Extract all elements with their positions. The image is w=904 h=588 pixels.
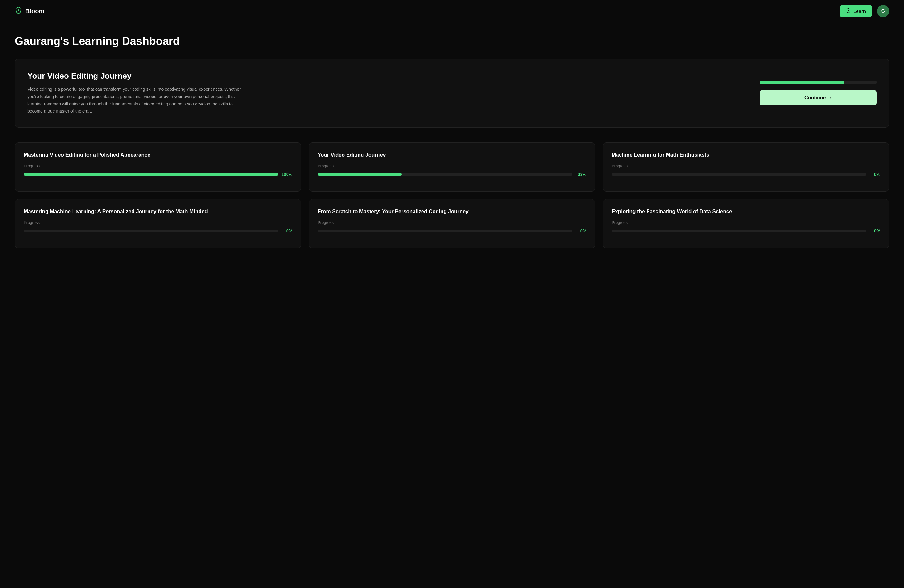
main-content: Gaurang's Learning Dashboard Your Video … (0, 22, 904, 268)
course-card: From Scratch to Mastery: Your Personaliz… (309, 199, 595, 248)
course-card-progress-label: Progress (24, 220, 292, 225)
avatar[interactable]: G (877, 5, 889, 17)
course-card-progress-percent: 33% (575, 172, 586, 177)
navbar-right: Learn G (840, 5, 889, 17)
learn-button-label: Learn (853, 9, 866, 14)
course-card: Mastering Machine Learning: A Personaliz… (15, 199, 301, 248)
course-card: Machine Learning for Math Enthusiasts Pr… (603, 142, 889, 191)
hero-progress-bar-fill (760, 81, 844, 84)
course-card-progress-label: Progress (24, 164, 292, 168)
course-card-progress-bar-container (24, 173, 278, 175)
hero-card-left: Your Video Editing Journey Video editing… (27, 71, 748, 115)
course-card-progress-percent: 0% (869, 172, 880, 177)
page-title: Gaurang's Learning Dashboard (15, 35, 889, 47)
course-card-progress-bar-fill (318, 173, 401, 175)
course-card-progress-row: 33% (318, 172, 586, 177)
avatar-initial: G (881, 8, 885, 14)
course-card-progress-row: 0% (318, 229, 586, 234)
course-card-title: Mastering Machine Learning: A Personaliz… (24, 208, 292, 215)
brand: Bloom (15, 6, 44, 16)
hero-card-title: Your Video Editing Journey (27, 71, 748, 81)
course-card-progress-bar-container (318, 173, 572, 175)
course-card-title: Exploring the Fascinating World of Data … (612, 208, 880, 215)
courses-grid: Mastering Video Editing for a Polished A… (15, 142, 889, 248)
course-card-progress-percent: 0% (281, 229, 292, 234)
course-card: Your Video Editing Journey Progress 33% (309, 142, 595, 191)
course-card-progress-row: 0% (24, 229, 292, 234)
course-card-progress-percent: 100% (281, 172, 292, 177)
brand-name: Bloom (25, 8, 44, 15)
learn-button[interactable]: Learn (840, 5, 872, 17)
course-card-progress-row: 0% (612, 172, 880, 177)
course-card-progress-row: 100% (24, 172, 292, 177)
course-card-progress-bar-fill (24, 173, 278, 175)
course-card-progress-label: Progress (612, 164, 880, 168)
learn-button-icon (846, 8, 851, 14)
course-card-progress-label: Progress (318, 220, 586, 225)
svg-point-1 (848, 10, 849, 11)
brand-logo-icon (15, 6, 22, 16)
course-card-progress-bar-container (24, 230, 278, 232)
course-card-title: Mastering Video Editing for a Polished A… (24, 151, 292, 159)
hero-card-description: Video editing is a powerful tool that ca… (27, 86, 243, 115)
hero-card-right: Continue → (760, 81, 877, 106)
course-card-progress-bar-container (318, 230, 572, 232)
course-card-progress-label: Progress (318, 164, 586, 168)
course-card-progress-bar-container (612, 230, 866, 232)
navbar: Bloom Learn G (0, 0, 904, 22)
course-card-progress-bar-container (612, 173, 866, 175)
course-card-title: Machine Learning for Math Enthusiasts (612, 151, 880, 159)
hero-progress-bar-container (760, 81, 877, 84)
course-card: Mastering Video Editing for a Polished A… (15, 142, 301, 191)
course-card-title: From Scratch to Mastery: Your Personaliz… (318, 208, 586, 215)
course-card: Exploring the Fascinating World of Data … (603, 199, 889, 248)
course-card-progress-label: Progress (612, 220, 880, 225)
svg-point-0 (17, 9, 19, 11)
course-card-title: Your Video Editing Journey (318, 151, 586, 159)
course-card-progress-row: 0% (612, 229, 880, 234)
course-card-progress-percent: 0% (869, 229, 880, 234)
hero-card: Your Video Editing Journey Video editing… (15, 59, 889, 128)
continue-button[interactable]: Continue → (760, 90, 877, 106)
course-card-progress-percent: 0% (575, 229, 586, 234)
